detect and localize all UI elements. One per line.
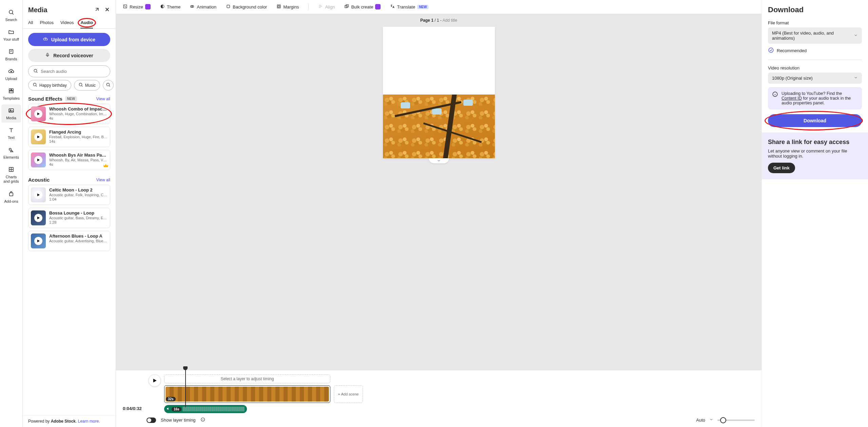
get-link-button[interactable]: Get link [768, 163, 795, 173]
svg-point-16 [79, 83, 82, 86]
download-button[interactable]: Download [768, 114, 862, 127]
rail-addons[interactable]: Add-ons [1, 188, 21, 206]
acoustic-heading: Acoustic [28, 177, 50, 183]
audio-tags: Acoustic guitar, Bass, Dreamy, Exo… [49, 216, 108, 220]
tab-all[interactable]: All [28, 17, 33, 28]
audio-item[interactable]: Flanged Arcing Fireball, Explosion, Huge… [28, 127, 110, 147]
download-panel: Download File format MP4 (Best for video… [761, 0, 868, 427]
tool-resize[interactable]: Resize [123, 4, 151, 10]
format-select[interactable]: MP4 (Best for video, audio, and animatio… [768, 27, 862, 44]
audio-thumb [31, 187, 46, 202]
svg-point-14 [33, 83, 36, 86]
add-title-link[interactable]: Add title [443, 18, 457, 23]
tool-theme[interactable]: Theme [160, 4, 180, 10]
play-icon[interactable] [34, 191, 42, 199]
audio-duration: 14s [49, 139, 108, 143]
play-icon[interactable] [34, 237, 42, 245]
collapse-handle[interactable] [429, 158, 449, 163]
add-scene-button[interactable]: + Add scene [334, 385, 363, 403]
search-icon [78, 82, 83, 88]
page-image[interactable] [383, 95, 495, 158]
content-id-link[interactable]: Content ID [782, 96, 802, 101]
rail-templates-label: Templates [3, 96, 20, 100]
zoom-slider[interactable] [717, 420, 755, 421]
tool-translate[interactable]: TranslateNEW [390, 4, 428, 10]
rail-media[interactable]: Media [1, 104, 21, 123]
download-title: Download [768, 5, 862, 14]
video-track[interactable]: 32s [164, 385, 330, 403]
tab-videos[interactable]: Videos [60, 17, 74, 28]
media-title: Media [28, 6, 47, 14]
new-badge: NEW [65, 96, 77, 101]
svg-rect-24 [227, 5, 230, 7]
play-icon[interactable] [34, 156, 42, 164]
rail-templates[interactable]: Templates [1, 85, 21, 103]
play-icon[interactable] [34, 214, 42, 222]
close-icon[interactable] [104, 6, 110, 14]
layer-timing-toggle[interactable] [147, 418, 156, 423]
svg-line-1 [12, 13, 14, 15]
svg-point-0 [9, 10, 13, 14]
rail-your-stuff[interactable]: Your stuff [1, 26, 21, 44]
upload-from-device-button[interactable]: Upload from device [28, 33, 110, 46]
design-page[interactable] [383, 27, 495, 158]
rail-elements[interactable]: Elements [1, 144, 21, 162]
audio-item[interactable]: Whoosh Bys Air Mass Pas… Whoosh, By, Air… [28, 150, 110, 170]
audio-search-field[interactable] [41, 69, 105, 74]
audio-item[interactable]: Whoosh Combo of Impacts… Whoosh, Huge, C… [28, 104, 110, 124]
tab-photos[interactable]: Photos [40, 17, 53, 28]
align-icon [318, 4, 323, 10]
chip-happy-birthday[interactable]: Happy birthday [28, 80, 71, 90]
zoom-auto-label[interactable]: Auto [696, 418, 705, 423]
rail-upload[interactable]: Upload [1, 65, 21, 83]
check-circle-icon [768, 47, 774, 54]
translate-icon [390, 4, 395, 10]
tool-bulk-create[interactable]: Bulk create [344, 4, 381, 10]
audio-duration: 1:28 [49, 220, 108, 224]
page-blank-area [383, 27, 495, 95]
upload-btn-label: Upload from device [51, 37, 95, 42]
svg-rect-3 [9, 89, 11, 90]
playhead[interactable] [185, 368, 186, 408]
audio-item[interactable]: Afternoon Blues - Loop A Acoustic guitar… [28, 231, 110, 251]
folder-icon [8, 28, 15, 35]
templates-icon [8, 87, 15, 94]
resolution-select[interactable]: 1080p (Original size) [768, 73, 862, 84]
svg-rect-4 [12, 89, 13, 90]
audio-item[interactable]: Celtic Moon - Loop 2 Acoustic guitar, Fo… [28, 185, 110, 205]
bgcolor-icon [226, 4, 231, 10]
sfx-view-all[interactable]: View all [96, 97, 110, 101]
rail-search[interactable]: Search [1, 6, 21, 24]
play-icon[interactable] [34, 133, 42, 141]
info-icon[interactable] [200, 417, 205, 423]
rail-brands[interactable]: Brands [1, 45, 21, 64]
audio-item[interactable]: Bossa Lounge - Loop Acoustic guitar, Bas… [28, 208, 110, 228]
premium-icon [375, 4, 381, 9]
chevron-down-icon[interactable] [709, 418, 713, 423]
tab-audio-label: Audio [80, 20, 93, 25]
svg-line-15 [36, 85, 37, 86]
audio-search-input[interactable] [28, 65, 110, 77]
theme-icon [160, 4, 165, 10]
play-icon[interactable] [34, 110, 42, 118]
audio-thumb [31, 233, 46, 248]
play-button[interactable] [149, 374, 161, 387]
chevron-down-icon [854, 33, 858, 38]
svg-point-30 [769, 48, 773, 53]
rail-charts[interactable]: Charts and grids [1, 163, 21, 186]
video-duration-badge: 32s [166, 397, 176, 401]
rail-text[interactable]: Text [1, 124, 21, 142]
chip-more[interactable] [103, 80, 114, 90]
record-voiceover-button[interactable]: Record voiceover [28, 49, 110, 62]
acoustic-view-all[interactable]: View all [96, 178, 110, 182]
tool-margins[interactable]: Margins [276, 4, 299, 10]
tool-animation[interactable]: Animation [190, 4, 216, 10]
tool-bg-color[interactable]: Background color [226, 4, 267, 10]
tab-audio[interactable]: Audio [80, 17, 93, 28]
audio-track[interactable]: 16s [164, 405, 247, 413]
media-icon [8, 107, 15, 114]
learn-more-link[interactable]: Learn more. [78, 419, 100, 424]
expand-icon[interactable] [94, 6, 100, 14]
rail-upload-label: Upload [5, 77, 17, 81]
chip-music[interactable]: Music [74, 80, 100, 90]
